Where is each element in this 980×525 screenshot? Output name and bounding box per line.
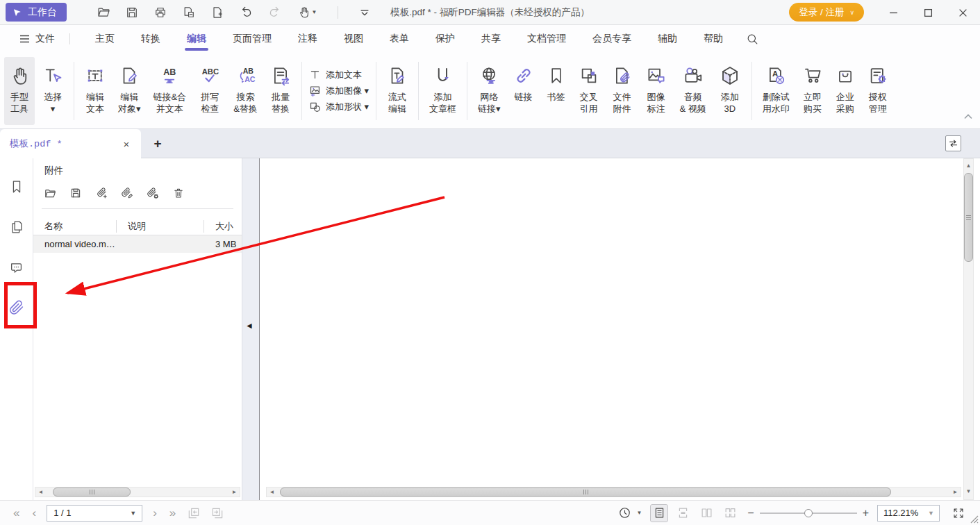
- add-page-icon[interactable]: [210, 5, 225, 20]
- zoom-slider[interactable]: [760, 506, 857, 520]
- document-tab[interactable]: 模板.pdf * ×: [0, 129, 141, 158]
- open-file-icon[interactable]: [96, 5, 111, 20]
- scroll-right-icon[interactable]: ►: [229, 488, 240, 497]
- menu-item-member[interactable]: 会员专享: [591, 25, 633, 53]
- auto-scroll-arrow-icon[interactable]: ▼: [636, 510, 642, 516]
- add-article-box-button[interactable]: 添加 文章框: [424, 57, 461, 125]
- remove-watermark-button[interactable]: A 删除试 用水印: [758, 57, 795, 125]
- switch-tab-icon[interactable]: [945, 135, 961, 151]
- delete-page-icon[interactable]: [181, 5, 197, 20]
- first-page-icon[interactable]: «: [7, 506, 26, 520]
- resize-grip[interactable]: [969, 514, 979, 524]
- print-icon[interactable]: [153, 5, 168, 20]
- bookmarks-panel-icon[interactable]: [8, 178, 26, 196]
- enterprise-purchase-button[interactable]: 企业 采购: [831, 57, 860, 125]
- attachment-settings-icon[interactable]: [144, 185, 161, 201]
- previous-page-icon[interactable]: ‹: [26, 506, 42, 520]
- collapse-ribbon-icon[interactable]: [963, 113, 973, 120]
- select-tool-button[interactable]: 选择 ▾: [38, 57, 68, 125]
- open-attachment-icon[interactable]: [42, 185, 58, 201]
- cross-reference-button[interactable]: 交叉 引用: [574, 57, 604, 125]
- buy-now-button[interactable]: 立即 购买: [797, 57, 828, 125]
- menu-item-accessibility[interactable]: 辅助: [656, 25, 679, 53]
- add-text-button[interactable]: 添加文本: [309, 69, 369, 81]
- new-tab-button[interactable]: +: [150, 136, 165, 151]
- facing-layout-icon[interactable]: [698, 505, 715, 522]
- attachments-table-header[interactable]: 名称 说明 大小: [33, 217, 242, 235]
- link-button[interactable]: 链接: [508, 57, 539, 125]
- menu-item-file[interactable]: 文件: [18, 25, 56, 53]
- hand-quick-tool-icon[interactable]: ▼: [295, 5, 319, 20]
- menu-item-comment[interactable]: 注释: [297, 25, 319, 53]
- attachment-row[interactable]: normal video.m… 3 MB: [33, 235, 242, 253]
- delete-attachment-icon[interactable]: [170, 185, 187, 201]
- previous-view-icon[interactable]: [186, 506, 201, 521]
- menu-item-help[interactable]: 帮助: [702, 25, 724, 53]
- zoom-combobox[interactable]: 112.21% ▼: [877, 505, 940, 522]
- hand-tool-button[interactable]: 手型 工具: [4, 57, 35, 125]
- document-hscroll-track[interactable]: [277, 488, 950, 497]
- menu-item-form[interactable]: 表单: [388, 25, 410, 53]
- add-image-button[interactable]: 添加图像 ▾: [309, 85, 369, 97]
- scroll-up-icon[interactable]: ▲: [964, 160, 973, 171]
- document-vscroll-thumb[interactable]: [964, 173, 973, 262]
- attachments-panel-icon[interactable]: [8, 299, 26, 317]
- bookmark-button[interactable]: 书签: [542, 57, 571, 125]
- continuous-layout-icon[interactable]: [674, 505, 691, 522]
- panel-resize-gutter[interactable]: ◄: [242, 158, 259, 500]
- save-attachment-icon[interactable]: [67, 185, 84, 201]
- add-shape-button[interactable]: 添加形状 ▾: [309, 101, 369, 113]
- panel-hscroll-thumb[interactable]: [53, 488, 131, 497]
- close-button[interactable]: [945, 0, 980, 25]
- edit-attachment-icon[interactable]: [119, 185, 135, 201]
- last-page-icon[interactable]: »: [163, 506, 182, 520]
- edit-text-button[interactable]: 编辑 文本: [80, 57, 110, 125]
- col-description[interactable]: 说明: [117, 220, 204, 233]
- next-view-icon[interactable]: [210, 506, 225, 521]
- minimize-button[interactable]: [876, 0, 911, 25]
- fullscreen-icon[interactable]: [951, 506, 966, 521]
- file-attachment-button[interactable]: 文件 附件: [607, 57, 638, 125]
- tab-close-icon[interactable]: ×: [120, 138, 133, 150]
- document-vscrollbar[interactable]: ▲ ▼: [963, 158, 974, 500]
- comments-panel-icon[interactable]: [8, 258, 26, 276]
- add-attachment-icon[interactable]: [93, 185, 110, 201]
- menu-item-view[interactable]: 视图: [342, 25, 365, 53]
- batch-replace-button[interactable]: 批量 替换: [265, 57, 296, 125]
- single-page-layout-icon[interactable]: [651, 505, 667, 522]
- zoom-out-icon[interactable]: −: [742, 507, 759, 519]
- collapse-panel-icon[interactable]: ◄: [245, 321, 254, 331]
- scroll-left-icon[interactable]: ◄: [35, 488, 46, 497]
- document-canvas[interactable]: ◄ ►: [259, 158, 963, 500]
- menu-item-edit[interactable]: 编辑: [185, 25, 208, 53]
- document-hscroll-thumb[interactable]: [280, 488, 891, 497]
- search-icon[interactable]: [743, 30, 761, 48]
- license-management-button[interactable]: 授权 管理: [863, 57, 893, 125]
- collapse-toolbar-icon[interactable]: [357, 5, 372, 20]
- search-replace-button[interactable]: ABAC 搜索 &替换: [229, 57, 263, 125]
- zoom-slider-knob[interactable]: [804, 509, 813, 517]
- col-name[interactable]: 名称: [33, 220, 117, 233]
- login-register-button[interactable]: 登录 / 注册 ∨: [789, 3, 864, 22]
- audio-video-button[interactable]: 音频 & 视频: [675, 57, 711, 125]
- document-hscrollbar[interactable]: ◄ ►: [266, 487, 961, 497]
- add-3d-button[interactable]: 添加 3D: [714, 57, 746, 125]
- panel-hscroll-track[interactable]: [46, 488, 229, 497]
- pages-panel-icon[interactable]: [8, 218, 26, 236]
- next-page-icon[interactable]: ›: [147, 506, 163, 520]
- save-icon[interactable]: [124, 5, 140, 20]
- scroll-down-icon[interactable]: ▼: [964, 486, 973, 497]
- menu-item-page-management[interactable]: 页面管理: [231, 25, 273, 53]
- menu-item-home[interactable]: 主页: [94, 25, 116, 53]
- menu-item-convert[interactable]: 转换: [140, 25, 162, 53]
- scroll-left-icon[interactable]: ◄: [267, 488, 277, 497]
- menu-item-doc-management[interactable]: 文档管理: [526, 25, 567, 53]
- auto-scroll-icon[interactable]: [617, 506, 632, 521]
- redo-icon[interactable]: [267, 5, 282, 20]
- flow-edit-button[interactable]: 流式 编辑: [382, 57, 413, 125]
- link-merge-text-button[interactable]: AB 链接&合 并文本: [149, 57, 192, 125]
- col-size[interactable]: 大小: [204, 220, 242, 233]
- facing-continuous-layout-icon[interactable]: [722, 505, 738, 522]
- menu-item-share[interactable]: 共享: [480, 25, 502, 53]
- undo-icon[interactable]: [238, 5, 254, 20]
